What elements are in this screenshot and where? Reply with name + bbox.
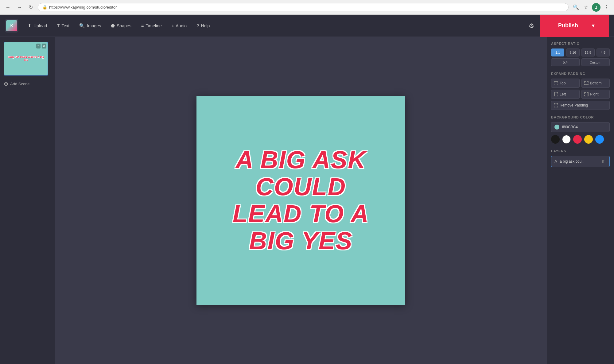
shapes-label: Shapes [117,23,131,28]
padding-bottom-icon [584,81,589,85]
browser-chrome: ← → ↻ 🔒 https://www.kapwing.com/studio/e… [0,0,614,15]
ratio-16-9[interactable]: 16:9 [581,48,595,56]
publish-dropdown-arrow[interactable]: ▾ [587,15,599,37]
canvas-line4: BIG YES [249,227,352,254]
aspect-ratio-section: ASPECT RATIO 1:1 9:16 16:9 4:5 5:4 Custo… [551,42,610,66]
images-button[interactable]: 🔍 Images [75,21,105,31]
color-swatch-black[interactable] [551,135,560,144]
url-bar[interactable]: 🔒 https://www.kapwing.com/studio/editor [38,3,569,11]
aspect-ratio-title: ASPECT RATIO [551,42,610,45]
padding-left-button[interactable]: Left [551,90,580,99]
background-color-title: BACKGROUND COLOR [551,115,610,119]
color-swatch-red[interactable] [573,135,582,144]
upload-label: Upload [33,23,47,28]
ratio-4-5[interactable]: 4:5 [597,48,610,56]
expand-padding-section: EXPAND PADDING Top Bottom Left Right [551,72,610,110]
left-sidebar: ≡ ⧉ A Big Ask Could Lead To A Big Yes ⊕ … [0,37,55,364]
layer-item[interactable]: A a big ask cou... 🗑 [551,156,610,167]
more-button[interactable]: ⋮ [603,3,610,11]
remove-padding-button[interactable]: Remove Padding [551,101,610,110]
remove-padding-icon [554,103,558,107]
layers-section: LAYERS A a big ask cou... 🗑 [551,149,610,167]
app-header: K ⬆ Upload T Text 🔍 Images ⬟ Shapes ≡ Ti… [0,15,614,37]
padding-left-label: Left [560,92,566,96]
audio-button[interactable]: ♪ Audio [167,21,191,31]
canvas-line2: COULD [256,173,346,200]
aspect-ratio-grid-2: 5:4 Custom [551,58,610,66]
bg-color-hex: #80CBC4 [562,125,578,129]
scene-thumb-controls: ≡ ⧉ [36,44,46,48]
timeline-icon: ≡ [141,23,144,28]
audio-icon: ♪ [172,23,174,28]
refresh-button[interactable]: ↻ [27,3,35,11]
padding-right-button[interactable]: Right [581,90,610,99]
add-scene-icon: ⊕ [4,80,8,87]
scene-thumbnail[interactable]: ≡ ⧉ A Big Ask Could Lead To A Big Yes [4,42,48,76]
images-label: Images [87,23,101,28]
text-label: Text [62,23,70,28]
text-button[interactable]: T Text [52,21,74,31]
upload-button[interactable]: ⬆ Upload [23,21,51,31]
remove-padding-label: Remove Padding [560,103,588,107]
upload-icon: ⬆ [28,23,32,29]
layers-title: LAYERS [551,149,610,153]
padding-top-icon [554,81,558,85]
lock-icon: 🔒 [42,5,47,10]
scene-thumb-text: A Big Ask Could Lead To A Big Yes [6,56,45,62]
layer-delete-button[interactable]: 🗑 [600,159,606,164]
shapes-button[interactable]: ⬟ Shapes [107,21,135,31]
app-body: ≡ ⧉ A Big Ask Could Lead To A Big Yes ⊕ … [0,37,614,364]
zoom-button[interactable]: 🔍 [572,3,580,11]
canvas-line3: LEAD TO A [233,200,369,227]
publish-label: Publish [550,22,587,29]
scene-menu-button[interactable]: ≡ [36,44,41,48]
ratio-custom[interactable]: Custom [581,58,610,66]
padding-bottom-button[interactable]: Bottom [581,79,610,88]
timeline-button[interactable]: ≡ Timeline [137,21,166,31]
padding-right-icon [584,92,589,96]
right-sidebar: ASPECT RATIO 1:1 9:16 16:9 4:5 5:4 Custo… [546,37,614,364]
padding-top-button[interactable]: Top [551,79,580,88]
bg-color-picker[interactable]: #80CBC4 [551,122,610,132]
help-label: Help [201,23,210,28]
settings-button[interactable]: ⚙ [527,20,536,31]
ratio-5-4[interactable]: 5:4 [551,58,580,66]
bg-color-swatch [554,125,559,130]
padding-left-icon [554,92,558,96]
audio-label: Audio [176,23,187,28]
publish-button[interactable]: Publish ▾ [540,15,609,37]
aspect-ratio-grid: 1:1 9:16 16:9 4:5 [551,48,610,56]
logo-inner: K [6,20,17,31]
canvas-text: A BIG ASK COULD LEAD TO A BIG YES [227,140,375,261]
color-swatch-white[interactable] [562,135,571,144]
header-right: ⚙ Publish ▾ [527,15,609,37]
ratio-9-16[interactable]: 9:16 [566,48,579,56]
layer-label: a big ask cou... [560,159,598,164]
app-logo: K [5,19,18,33]
background-color-section: BACKGROUND COLOR #80CBC4 [551,115,610,144]
canvas[interactable]: A BIG ASK COULD LEAD TO A BIG YES [196,96,405,305]
back-button[interactable]: ← [4,3,12,11]
scene-copy-button[interactable]: ⧉ [42,44,46,48]
add-scene-button[interactable]: ⊕ Add Scene [4,79,51,88]
color-swatch-blue[interactable] [595,135,604,144]
forward-button[interactable]: → [15,3,24,11]
avatar: J [592,3,600,12]
text-icon: T [57,23,60,28]
timeline-label: Timeline [146,23,161,28]
padding-right-label: Right [590,92,599,96]
shapes-icon: ⬟ [111,23,115,29]
color-swatches [551,135,610,144]
layer-type-icon: A [554,159,557,164]
ratio-1-1[interactable]: 1:1 [551,48,564,56]
add-scene-label: Add Scene [10,82,30,86]
star-button[interactable]: ☆ [583,3,589,11]
padding-grid: Top Bottom Left Right [551,79,610,99]
color-swatch-yellow[interactable] [584,135,593,144]
canvas-area: A BIG ASK COULD LEAD TO A BIG YES [55,37,546,364]
canvas-line1: A BIG ASK [235,146,366,173]
help-button[interactable]: ? Help [192,21,214,31]
url-text: https://www.kapwing.com/studio/editor [49,5,117,10]
expand-padding-title: EXPAND PADDING [551,72,610,76]
browser-actions: 🔍 ☆ J ⋮ [572,3,610,12]
